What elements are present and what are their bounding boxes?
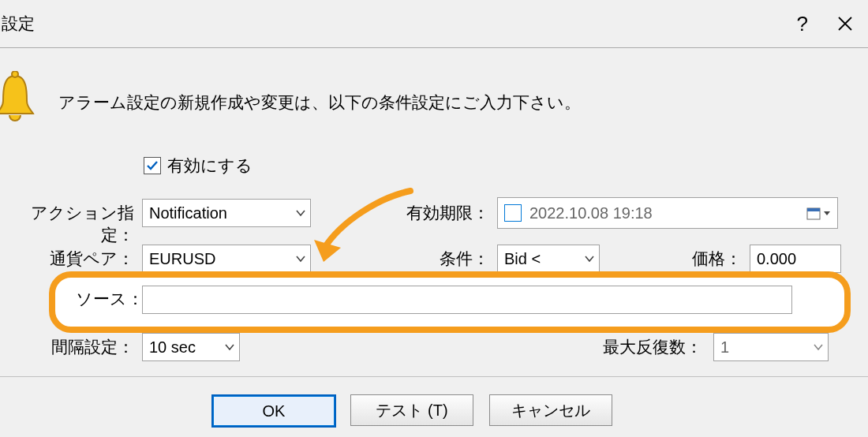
dialog-content: アラーム設定の新規作成や変更は、以下の条件設定にご入力下さい。 有効にする アク… bbox=[0, 47, 868, 437]
calendar-icon[interactable] bbox=[806, 205, 831, 221]
action-value: Notification bbox=[149, 204, 227, 222]
ok-button[interactable]: OK bbox=[211, 394, 336, 428]
symbol-label: 通貨ペア： bbox=[16, 248, 134, 270]
svg-point-0 bbox=[12, 71, 18, 77]
source-label: ソース： bbox=[76, 288, 144, 310]
condition-value: Bid < bbox=[504, 250, 541, 268]
chevron-down-icon bbox=[294, 252, 307, 265]
test-label: テスト (T) bbox=[376, 400, 447, 421]
price-label: 価格： bbox=[663, 248, 742, 270]
source-input[interactable] bbox=[142, 286, 792, 314]
annotation-arrow bbox=[309, 186, 418, 272]
price-input[interactable]: 0.000 bbox=[750, 245, 841, 273]
cancel-label: キャンセル bbox=[511, 400, 590, 421]
action-dropdown[interactable]: Notification bbox=[142, 199, 311, 227]
expire-value: 2022.10.08 19:18 bbox=[529, 204, 806, 222]
symbol-dropdown[interactable]: EURUSD bbox=[142, 245, 311, 273]
condition-dropdown[interactable]: Bid < bbox=[497, 245, 600, 273]
interval-label: 間隔設定： bbox=[16, 336, 134, 358]
enable-label: 有効にする bbox=[167, 155, 253, 177]
price-value: 0.000 bbox=[757, 250, 796, 268]
bell-icon bbox=[0, 71, 36, 130]
expire-enable-checkbox[interactable] bbox=[504, 204, 522, 222]
dialog-title: 設定 bbox=[0, 13, 35, 35]
interval-value: 10 sec bbox=[149, 338, 196, 357]
separator bbox=[0, 376, 868, 377]
cancel-button[interactable]: キャンセル bbox=[489, 394, 612, 426]
maxiter-label: 最大反復数： bbox=[584, 336, 702, 358]
expire-datetime-picker[interactable]: 2022.10.08 19:18 bbox=[497, 197, 838, 229]
close-button[interactable] bbox=[836, 15, 854, 32]
symbol-value: EURUSD bbox=[149, 250, 215, 268]
interval-dropdown[interactable]: 10 sec bbox=[142, 333, 240, 361]
enable-checkbox[interactable]: 有効にする bbox=[144, 155, 253, 177]
help-button[interactable]: ? bbox=[797, 12, 808, 36]
maxiter-value: 1 bbox=[720, 338, 729, 357]
check-icon bbox=[144, 157, 161, 174]
chevron-down-icon bbox=[223, 341, 236, 353]
svg-rect-2 bbox=[807, 208, 820, 211]
intro-text: アラーム設定の新規作成や変更は、以下の条件設定にご入力下さい。 bbox=[58, 92, 581, 114]
chevron-down-icon bbox=[583, 252, 596, 265]
chevron-down-icon bbox=[812, 341, 825, 353]
action-label: アクション指定： bbox=[16, 202, 134, 246]
chevron-down-icon bbox=[294, 207, 307, 219]
test-button[interactable]: テスト (T) bbox=[350, 394, 473, 426]
maxiter-dropdown[interactable]: 1 bbox=[713, 333, 829, 361]
ok-label: OK bbox=[263, 402, 286, 420]
titlebar: 設定 ? bbox=[0, 0, 868, 48]
condition-label: 条件： bbox=[410, 248, 489, 270]
